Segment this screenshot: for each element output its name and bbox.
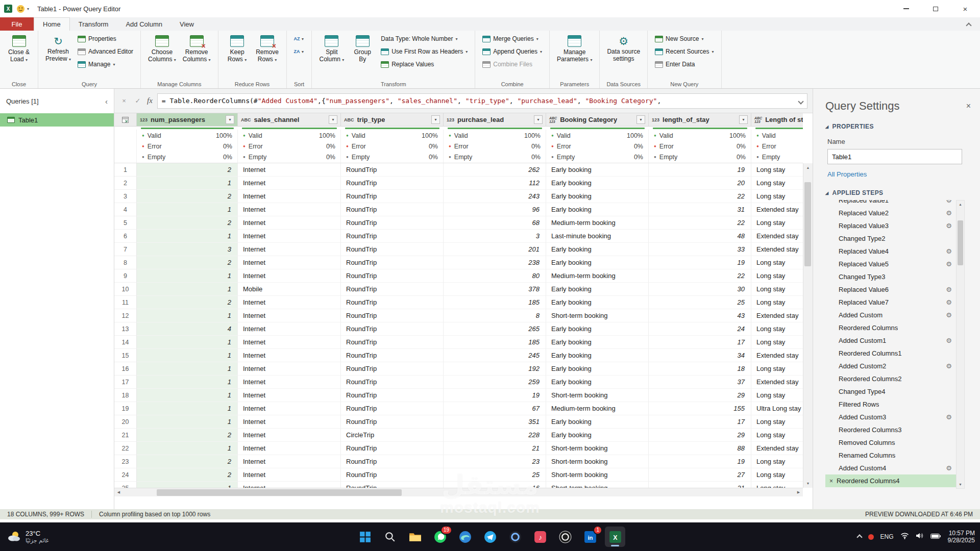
cell[interactable]: 238	[444, 256, 546, 269]
applied-step[interactable]: Added Custom1⚙	[825, 334, 956, 347]
applied-step[interactable]: Replaced Value7⚙	[825, 296, 956, 309]
row-number[interactable]: 24	[114, 468, 137, 482]
advanced-editor-button[interactable]: Advanced Editor	[75, 46, 136, 57]
cell[interactable]: Internet	[238, 296, 341, 309]
cell[interactable]: 245	[444, 349, 546, 362]
filter-dropdown-icon[interactable]: ▾	[329, 115, 337, 124]
cell[interactable]: Internet	[238, 362, 341, 375]
cell[interactable]: 21	[444, 442, 546, 455]
cell[interactable]: Internet	[238, 336, 341, 349]
column-header-trip_type[interactable]: ABCtrip_type▾	[341, 113, 444, 126]
filter-dropdown-icon[interactable]: ▾	[739, 115, 748, 124]
taskbar-file-explorer[interactable]	[405, 527, 425, 547]
vertical-scrollbar-track[interactable]	[803, 172, 813, 479]
scroll-left-arrow[interactable]: ◀	[114, 488, 123, 497]
row-number[interactable]: 17	[114, 375, 137, 389]
cell[interactable]: RoundTrip	[341, 322, 444, 336]
refresh-preview-button[interactable]: ↻ Refresh Preview ▾	[43, 33, 74, 65]
cell[interactable]: RoundTrip	[341, 230, 444, 243]
cell[interactable]: Long stay	[751, 322, 803, 336]
split-column-button[interactable]: Split Column ▾	[316, 33, 347, 66]
cell[interactable]: Early booking	[546, 163, 649, 177]
status-profiling-info[interactable]: Column profiling based on top 1000 rows	[91, 511, 217, 518]
row-number[interactable]: 18	[114, 389, 137, 402]
column-header-num_passengers[interactable]: 123num_passengers▾	[137, 113, 238, 126]
cell[interactable]: Long stay	[751, 216, 803, 230]
cell[interactable]: 8	[444, 309, 546, 322]
cell[interactable]: 192	[444, 362, 546, 375]
close-and-load-button[interactable]: Close & Load ▾	[5, 33, 33, 66]
cell[interactable]: RoundTrip	[341, 296, 444, 309]
cell[interactable]: 19	[444, 389, 546, 402]
filter-dropdown-icon[interactable]: ▾	[431, 115, 440, 124]
cell[interactable]: 33	[649, 243, 751, 256]
volume-icon[interactable]	[916, 532, 924, 541]
cell[interactable]: 228	[444, 429, 546, 442]
applied-step[interactable]: Replaced Value2⚙	[825, 207, 956, 219]
cell[interactable]: 155	[649, 402, 751, 415]
cell[interactable]: Internet	[238, 309, 341, 322]
cell[interactable]: 2	[137, 468, 238, 482]
cell[interactable]: 20	[649, 177, 751, 190]
cell[interactable]: 1	[137, 309, 238, 322]
cell[interactable]: Short-term booking	[546, 468, 649, 482]
cell[interactable]: Extended stay	[751, 203, 803, 216]
row-number[interactable]: 20	[114, 415, 137, 429]
cell[interactable]: Extended stay	[751, 243, 803, 256]
cell[interactable]: Internet	[238, 468, 341, 482]
cell[interactable]: Long stay	[751, 389, 803, 402]
cell[interactable]: RoundTrip	[341, 163, 444, 177]
row-number[interactable]: 22	[114, 442, 137, 455]
cell[interactable]: Internet	[238, 429, 341, 442]
new-source-button[interactable]: New Source ▾	[652, 33, 716, 44]
row-number[interactable]: 11	[114, 296, 137, 309]
filter-dropdown-icon[interactable]: ▾	[636, 115, 645, 124]
cell[interactable]: Early booking	[546, 296, 649, 309]
sort-descending-button[interactable]: ZA ▼	[291, 46, 307, 57]
cell[interactable]: 19	[649, 256, 751, 269]
select-all-corner[interactable]	[114, 113, 137, 126]
row-number[interactable]: 13	[114, 322, 137, 336]
collapse-ribbon-button[interactable]	[967, 20, 971, 30]
step-settings-gear-icon[interactable]: ⚙	[946, 260, 952, 268]
cell[interactable]: 1	[137, 283, 238, 296]
applied-step[interactable]: Added Custom2⚙	[825, 360, 956, 372]
cell[interactable]: 24	[649, 322, 751, 336]
clock[interactable]: 10:57 PM 9/28/2025	[948, 530, 975, 544]
replace-values-button[interactable]: Replace Values	[378, 59, 470, 70]
cell[interactable]: Early booking	[546, 429, 649, 442]
cell[interactable]: Last-minute booking	[546, 230, 649, 243]
cell[interactable]: 22	[649, 216, 751, 230]
cell[interactable]: Long stay	[751, 283, 803, 296]
applied-step[interactable]: Removed Columns	[825, 436, 956, 449]
battery-icon[interactable]	[930, 532, 941, 541]
cell[interactable]: RoundTrip	[341, 243, 444, 256]
cell[interactable]: 112	[444, 177, 546, 190]
cell[interactable]: 4	[137, 322, 238, 336]
row-number[interactable]: 12	[114, 309, 137, 322]
applied-step[interactable]: Added Custom3⚙	[825, 411, 956, 423]
cell[interactable]: RoundTrip	[341, 190, 444, 203]
cell[interactable]: 88	[649, 442, 751, 455]
cell[interactable]: Internet	[238, 389, 341, 402]
taskbar-obs[interactable]	[555, 527, 575, 547]
cell[interactable]: Short-term booking	[546, 389, 649, 402]
cell[interactable]: Long stay	[751, 415, 803, 429]
cell[interactable]: Early booking	[546, 349, 649, 362]
cell[interactable]: 43	[649, 309, 751, 322]
cell[interactable]: 29	[649, 429, 751, 442]
data-type-button[interactable]: Data Type: Whole Number ▾	[378, 33, 470, 44]
row-number[interactable]: 14	[114, 336, 137, 349]
step-settings-gear-icon[interactable]: ⚙	[946, 464, 952, 472]
cell[interactable]: 31	[649, 203, 751, 216]
cell[interactable]: 1	[137, 402, 238, 415]
cell[interactable]: Early booking	[546, 283, 649, 296]
delete-step-icon[interactable]: ×	[829, 478, 833, 485]
cell[interactable]: Early booking	[546, 190, 649, 203]
cell[interactable]: Early booking	[546, 203, 649, 216]
cell[interactable]: Extended stay	[751, 309, 803, 322]
cell[interactable]: 48	[649, 230, 751, 243]
remove-rows-button[interactable]: Remove Rows ▾	[253, 33, 282, 66]
cell[interactable]: Ultra Long stay	[751, 402, 803, 415]
row-number[interactable]: 1	[114, 163, 137, 177]
